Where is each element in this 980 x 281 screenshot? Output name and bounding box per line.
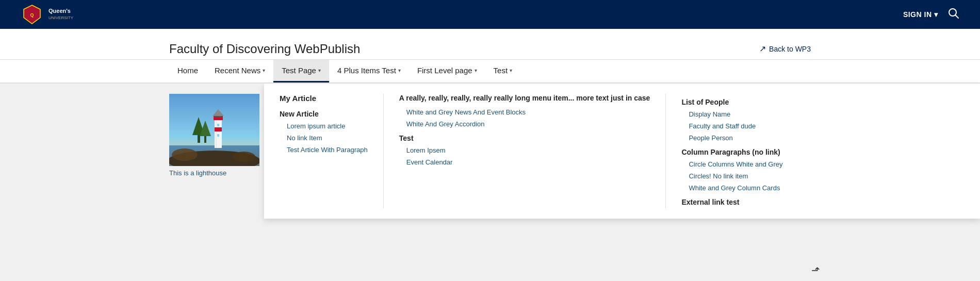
dropdown-col1-item-0[interactable]: New Article xyxy=(280,108,368,120)
back-to-wp3-link[interactable]: ↗ Back to WP3 xyxy=(759,44,811,54)
dropdown-col1-item-3[interactable]: Test Article With Paragraph xyxy=(280,144,368,156)
svg-rect-16 xyxy=(216,120,217,148)
dropdown-col2-item-0[interactable]: White and Grey News And Event Blocks xyxy=(399,106,650,118)
nav-item-home[interactable]: Home xyxy=(169,60,206,82)
university-wordmark: Queen's UNIVERSITY xyxy=(48,6,90,23)
svg-text:Queen's: Queen's xyxy=(48,8,71,14)
lighthouse-area: This is a lighthouse xyxy=(169,94,259,177)
dropdown-col1-item-2[interactable]: No link Item xyxy=(280,132,368,144)
nav-4plus-chevron: ▾ xyxy=(398,68,401,73)
search-icon xyxy=(948,8,959,19)
nav-home-label: Home xyxy=(177,66,198,75)
nav-test-page-label: Test Page xyxy=(282,66,316,75)
svg-point-23 xyxy=(172,148,198,161)
back-to-wp3-label: Back to WP3 xyxy=(769,45,811,53)
svg-rect-17 xyxy=(215,127,222,131)
nav-4plus-label: 4 Plus Items Test xyxy=(337,66,396,75)
dropdown-col3-section2-item-2[interactable]: White and Grey Column Cards xyxy=(681,182,782,194)
header-area: Faculty of Discovering WebPublish ↗ Back… xyxy=(0,29,980,60)
svg-text:Q: Q xyxy=(30,12,34,18)
cursor-indicator: ⬏ xyxy=(811,264,820,276)
dropdown-col3-item-0[interactable]: Display Name xyxy=(681,108,782,120)
dropdown-col3-section2-label: Column Paragraphs (no link) xyxy=(681,144,782,158)
dropdown-col-1: My Article New Article Lorem ipsum artic… xyxy=(264,94,384,208)
nav-item-test[interactable]: Test ▾ xyxy=(485,60,521,82)
sign-in-label: SIGN IN xyxy=(903,10,932,19)
svg-text:UNIVERSITY: UNIVERSITY xyxy=(48,15,74,20)
nav-first-level-chevron: ▾ xyxy=(475,68,477,73)
sign-in-button[interactable]: SIGN IN ▾ xyxy=(903,10,938,19)
external-link-icon: ↗ xyxy=(759,44,766,54)
sign-in-chevron: ▾ xyxy=(934,10,938,19)
lighthouse-svg xyxy=(169,94,259,166)
dropdown-col3-item-2[interactable]: People Person xyxy=(681,132,782,144)
dropdown-menu: My Article New Article Lorem ipsum artic… xyxy=(264,84,980,219)
lighthouse-caption: This is a lighthouse xyxy=(169,169,259,177)
nav-recent-news-chevron: ▾ xyxy=(263,68,265,73)
dropdown-col2-section2-item-1[interactable]: Event Calendar xyxy=(399,156,650,168)
svg-rect-21 xyxy=(217,124,219,126)
nav-recent-news-label: Recent News xyxy=(215,66,260,75)
dropdown-col-3: List of People Display Name Faculty and … xyxy=(666,94,798,208)
dropdown-col3-section3-label: External link test xyxy=(681,194,782,208)
logo-area: Q Queen's UNIVERSITY xyxy=(21,3,90,26)
dropdown-col2-item-1[interactable]: White And Grey Accordion xyxy=(399,118,650,130)
search-button[interactable] xyxy=(948,8,959,22)
dropdown-col2-header: A really, really, really, really really … xyxy=(399,94,650,102)
dropdown-col-2: A really, really, really, really really … xyxy=(384,94,666,208)
dropdown-col2-section2-label: Test xyxy=(399,130,650,144)
svg-rect-20 xyxy=(215,116,222,117)
dropdown-col2-section2-item-0[interactable]: Lorem Ipsem xyxy=(399,144,650,156)
queens-logo[interactable]: Q xyxy=(21,3,43,26)
nav-item-first-level[interactable]: First Level page ▾ xyxy=(409,60,485,82)
svg-rect-22 xyxy=(217,134,219,137)
lighthouse-image xyxy=(169,94,259,166)
nav-test-label: Test xyxy=(494,66,508,75)
nav-first-level-label: First Level page xyxy=(417,66,472,75)
dropdown-col1-item-1[interactable]: Lorem ipsum article xyxy=(280,120,368,132)
nav-item-test-page[interactable]: Test Page ▾ xyxy=(273,60,329,82)
dropdown-col3-section2-item-0[interactable]: Circle Columns White and Grey xyxy=(681,158,782,170)
nav-item-recent-news[interactable]: Recent News ▾ xyxy=(206,60,273,82)
nav-test-chevron: ▾ xyxy=(510,68,512,73)
main-content: This is a lighthouse My Article New Arti… xyxy=(0,84,980,281)
nav-bar: Home Recent News ▾ Test Page ▾ 4 Plus It… xyxy=(0,60,980,84)
nav-item-4plus[interactable]: 4 Plus Items Test ▾ xyxy=(329,60,409,82)
top-bar: Q Queen's UNIVERSITY SIGN IN ▾ xyxy=(0,0,980,29)
dropdown-col1-header[interactable]: My Article xyxy=(280,94,368,103)
nav-test-page-chevron: ▾ xyxy=(318,68,321,73)
dropdown-col3-header: List of People xyxy=(681,94,782,108)
svg-line-7 xyxy=(956,15,959,18)
svg-point-24 xyxy=(233,152,255,162)
dropdown-col3-section2-item-1[interactable]: Circles! No link item xyxy=(681,170,782,182)
site-title: Faculty of Discovering WebPublish xyxy=(169,42,360,56)
top-bar-right: SIGN IN ▾ xyxy=(903,8,959,22)
dropdown-col3-item-1[interactable]: Faculty and Staff dude xyxy=(681,120,782,132)
